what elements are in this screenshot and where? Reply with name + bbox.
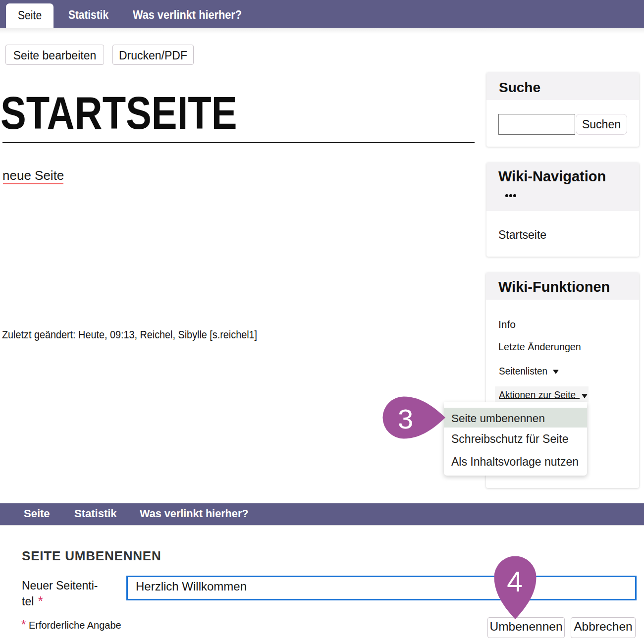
svg-text:3: 3 <box>398 403 413 434</box>
svg-text:4: 4 <box>507 566 523 597</box>
